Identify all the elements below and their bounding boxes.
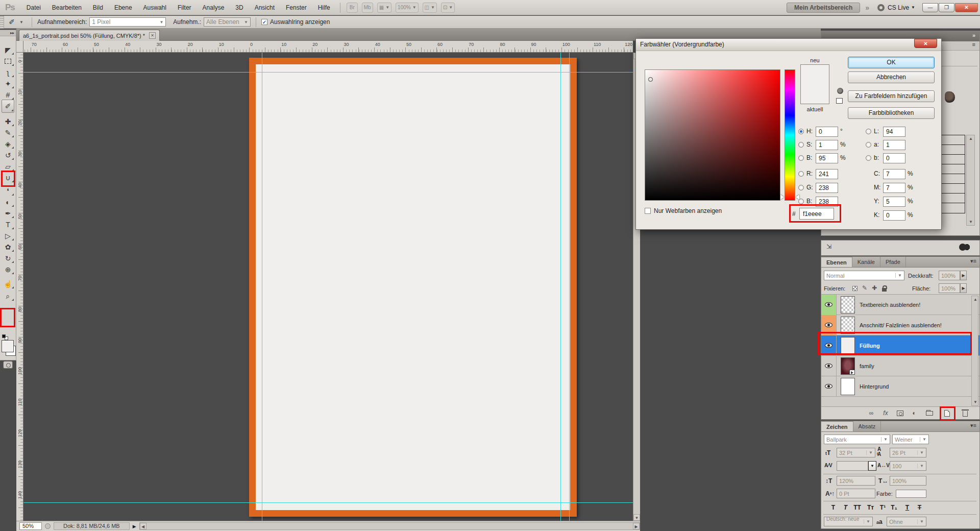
menu-bild[interactable]: Bild: [87, 0, 109, 15]
hex-field[interactable]: f1eeee: [799, 208, 834, 220]
vertical-ruler[interactable]: 0102030405060708090100110120130140: [16, 53, 23, 521]
menu-filter[interactable]: Filter: [172, 0, 197, 15]
history-brush-tool[interactable]: ↺: [2, 150, 14, 161]
lock-all-icon[interactable]: [880, 284, 888, 292]
document-page[interactable]: [249, 58, 577, 517]
layer-row[interactable]: family: [821, 356, 979, 376]
menu-fenster[interactable]: Fenster: [280, 0, 312, 15]
superscript-button[interactable]: T¹: [877, 502, 889, 512]
close-tab-icon[interactable]: ✕: [149, 32, 156, 39]
kerning-dropdown-button[interactable]: ▼: [868, 461, 876, 471]
leading-field[interactable]: 26 Pt▼: [890, 448, 926, 457]
tab-absatz[interactable]: Absatz: [853, 421, 881, 431]
fill-slider-icon[interactable]: ▶: [960, 283, 967, 293]
workspace-button[interactable]: Mein Arbeitsbereich: [787, 3, 860, 13]
radio-a[interactable]: [866, 142, 871, 148]
lasso-tool[interactable]: ʅ: [2, 67, 14, 78]
layers-scrollbar[interactable]: ▲ ▼: [971, 296, 978, 406]
lock-position-icon[interactable]: ✚: [870, 284, 878, 292]
layer-mask-icon[interactable]: [895, 409, 905, 418]
adjustment-layer-icon[interactable]: ◐: [909, 409, 919, 418]
horizontal-scrollbar[interactable]: ◀ ▶: [139, 522, 640, 530]
saturation-brightness-field[interactable]: [645, 69, 780, 201]
radio-s[interactable]: [798, 142, 804, 148]
baseline-shift-field[interactable]: 0 Pt: [837, 489, 875, 498]
options-bar-grip[interactable]: [0, 16, 4, 29]
move-tool[interactable]: ◤: [2, 44, 14, 56]
page-fill-area[interactable]: [256, 64, 570, 510]
horizontal-scale-field[interactable]: 100%: [890, 476, 926, 486]
field-value[interactable]: 1: [883, 140, 905, 150]
menu-ebene[interactable]: Ebene: [109, 0, 138, 15]
workspace-overflow-button[interactable]: »: [860, 4, 874, 12]
cs-live-button[interactable]: CS Live ▼: [877, 4, 915, 11]
document-tab[interactable]: a6_1s_portrait.psd bei 50% (Füllung, CMY…: [19, 30, 160, 41]
tracking-field[interactable]: 100▼: [890, 461, 926, 471]
menu-bearbeiten[interactable]: Bearbeiten: [46, 0, 87, 15]
collapse-panel-icon[interactable]: ⇲: [826, 243, 837, 252]
radio-b[interactable]: [866, 155, 871, 161]
bridge-icon[interactable]: Br: [347, 3, 358, 13]
scroll-left-icon[interactable]: ◀: [140, 523, 146, 529]
blur-tool[interactable]: ❛: [2, 185, 14, 197]
foreground-color-swatch[interactable]: [2, 340, 14, 352]
menu-ansicht[interactable]: Ansicht: [249, 0, 280, 15]
ok-button[interactable]: OK: [848, 57, 935, 68]
scroll-down-icon[interactable]: ▼: [633, 514, 640, 521]
fill-field[interactable]: 100%: [939, 283, 960, 293]
panel-menu-icon[interactable]: ▾≡: [970, 421, 979, 431]
menu-hilfe[interactable]: Hilfe: [312, 0, 336, 15]
sample-layers-select[interactable]: Alle Ebenen ▼: [204, 17, 251, 27]
opacity-field[interactable]: 100%: [939, 271, 960, 280]
faux-bold-button[interactable]: T: [827, 502, 839, 512]
field-value[interactable]: 7: [883, 183, 905, 193]
eyedropper-icon[interactable]: ✐: [4, 18, 19, 26]
paint-bucket-tool[interactable]: ∪: [2, 172, 14, 183]
hand-tool[interactable]: ☝: [2, 278, 14, 289]
view-extras-icon[interactable]: ▦▼: [377, 3, 391, 13]
hue-slider-handle-left[interactable]: [780, 195, 784, 200]
scroll-right-icon[interactable]: ▶: [633, 523, 640, 529]
cancel-button[interactable]: Abbrechen: [848, 71, 935, 83]
language-select[interactable]: Deutsch: neue ...▼: [824, 517, 873, 526]
panel-list-scrollbar[interactable]: ▲ ▼: [966, 135, 975, 226]
sample-size-select[interactable]: 1 Pixel ▼: [89, 17, 166, 27]
web-color-cube-icon[interactable]: [836, 98, 843, 104]
chevron-down-icon[interactable]: ▼: [19, 20, 23, 25]
strikethrough-button[interactable]: T: [914, 502, 925, 512]
color-marker[interactable]: [648, 77, 653, 82]
kerning-field[interactable]: [837, 461, 868, 471]
guide-horizontal[interactable]: [23, 502, 633, 503]
field-value[interactable]: 238: [816, 197, 838, 207]
all-caps-button[interactable]: TT: [851, 502, 863, 512]
eye-icon[interactable]: [825, 323, 832, 327]
tab-pfade[interactable]: Pfade: [880, 257, 906, 267]
tab-zeichen[interactable]: Zeichen: [821, 421, 853, 431]
scroll-up-icon[interactable]: ▲: [969, 136, 973, 141]
field-value[interactable]: 1: [816, 140, 838, 150]
layer-thumbnail[interactable]: [841, 357, 855, 375]
zoom-level-field[interactable]: 50%: [19, 522, 42, 530]
radio-l[interactable]: [866, 129, 871, 134]
canvas-area[interactable]: [23, 53, 633, 521]
font-size-field[interactable]: 32 Pt▼: [837, 448, 875, 457]
zoom-level-control[interactable]: 100%▼: [396, 3, 419, 13]
delete-layer-icon[interactable]: [960, 409, 970, 418]
status-menu-icon[interactable]: ▶: [133, 524, 136, 529]
font-style-select[interactable]: Weiner▼: [892, 435, 929, 444]
close-button[interactable]: ✕: [955, 3, 978, 12]
screen-mode-icon[interactable]: ⊡▼: [441, 3, 455, 13]
tab-ebenen[interactable]: Ebenen: [821, 257, 852, 267]
layer-row[interactable]: Füllung: [821, 335, 979, 356]
eye-icon[interactable]: [825, 384, 832, 389]
visibility-cell[interactable]: [821, 315, 837, 335]
dialog-button[interactable]: Zu Farbfeldern hinzufügen: [848, 90, 935, 102]
gamut-warning-icon[interactable]: [837, 88, 843, 94]
field-value[interactable]: 241: [816, 169, 838, 179]
arrange-documents-icon[interactable]: ◫▼: [423, 3, 437, 13]
visibility-cell[interactable]: [821, 356, 837, 376]
visibility-cell[interactable]: [821, 295, 837, 315]
zoom-tool[interactable]: ⌕: [2, 291, 14, 302]
field-value[interactable]: 5: [883, 197, 905, 207]
radio-h[interactable]: [798, 129, 804, 134]
